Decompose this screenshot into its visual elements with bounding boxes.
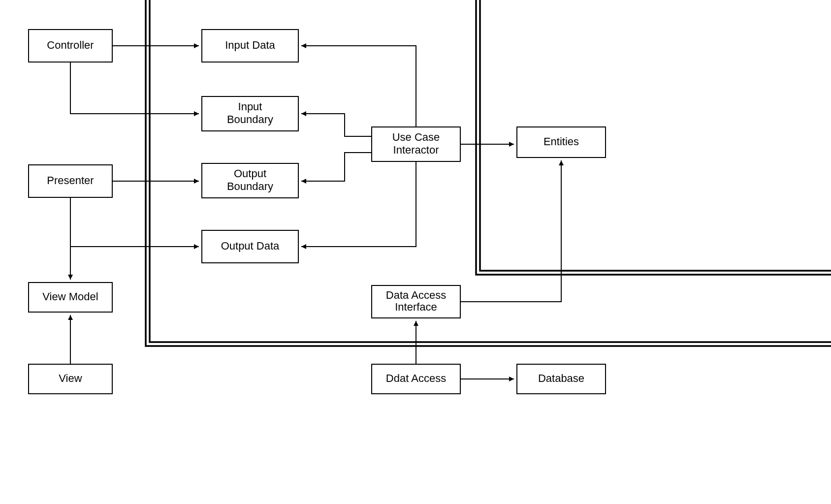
output-boundary-l1: Output: [234, 167, 266, 180]
dai-l2: Interface: [395, 301, 437, 313]
dai-l1: Data Access: [386, 289, 446, 301]
output-boundary-l2: Boundary: [227, 180, 273, 192]
input-boundary-l1: Input: [238, 100, 262, 113]
view-model-label: View Model: [42, 290, 98, 303]
output-data-label: Output Data: [221, 240, 280, 252]
input-boundary-l2: Boundary: [227, 113, 273, 126]
architecture-diagram: Controller Presenter View Model View Inp…: [0, 0, 831, 504]
use-case-l1: Use Case: [392, 131, 440, 143]
input-data-label: Input Data: [225, 39, 275, 51]
view-label: View: [59, 372, 82, 384]
data-access-label: Ddat Access: [386, 372, 446, 384]
entities-label: Entities: [543, 135, 579, 148]
presenter-label: Presenter: [47, 174, 94, 187]
controller-label: Controller: [47, 39, 94, 51]
use-case-l2: Interactor: [393, 144, 439, 156]
database-label: Database: [538, 372, 584, 384]
